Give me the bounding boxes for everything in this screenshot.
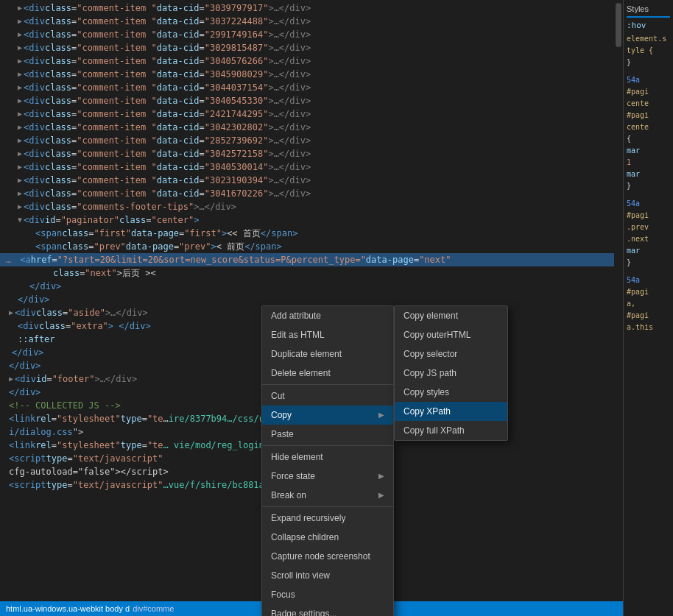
expand-triangle[interactable]: ▶ <box>18 174 22 187</box>
style-rule-54a-2: 54a #pagi .prev .next mar } <box>627 198 670 269</box>
code-line: ▶ <div class="comment-item " data-cid="3… <box>0 160 623 174</box>
expand-triangle[interactable]: ▶ <box>18 28 22 41</box>
menu-item-copy-element[interactable]: Copy element <box>395 306 507 325</box>
expand-triangle[interactable]: ▶ <box>18 160 22 174</box>
highlighted-line[interactable]: … <a href="?start=20&limit=20&sort=new_s… <box>0 253 623 266</box>
code-line: ▶ <div class="comment-item " data-cid="2… <box>0 28 623 41</box>
menu-item-copy-selector[interactable]: Copy selector <box>395 344 507 364</box>
menu-item-copy-outerhtml[interactable]: Copy outerHTML <box>395 325 507 344</box>
expand-triangle[interactable]: ▶ <box>18 1 22 15</box>
expand-triangle[interactable]: ▶ <box>18 68 22 81</box>
context-menu: Add attribute Edit as HTML Duplicate ele… <box>261 305 394 616</box>
menu-item-badge-settings[interactable]: Badge settings... <box>262 604 393 616</box>
code-line: <span class="prev" data-page="prev" > < … <box>0 240 623 253</box>
menu-item-duplicate[interactable]: Duplicate element <box>262 344 393 364</box>
code-line: ▶ <div class="comments-footer-tips" >…</… <box>0 200 623 213</box>
scrollbar-track <box>614 0 623 601</box>
expand-triangle[interactable]: ▶ <box>18 41 22 54</box>
menu-item-delete[interactable]: Delete element <box>262 364 393 383</box>
style-rule: element.s tyle { } <box>627 33 670 68</box>
code-line: ▶ <div class="comment-item " data-cid="3… <box>0 147 623 160</box>
styles-panel: Styles :hov element.s tyle { } 54a #pagi… <box>623 0 673 616</box>
code-line: <span class="first" data-page="first" > … <box>0 227 623 240</box>
code-line: ▶ <div class="comment-item " data-cid="3… <box>0 174 623 187</box>
submenu-arrow-copy: ▶ <box>378 406 384 425</box>
menu-item-copy[interactable]: Copy ▶ <box>262 406 393 425</box>
expand-triangle[interactable]: ▼ <box>18 213 22 227</box>
code-line: ▶ <div class="comment-item " data-cid="3… <box>0 54 623 68</box>
menu-item-capture-screenshot[interactable]: Capture node screenshot <box>262 547 393 566</box>
code-line: </div> <box>0 280 623 293</box>
menu-item-break-on[interactable]: Break on ▶ <box>262 486 393 505</box>
expand-triangle[interactable]: ▶ <box>18 81 22 94</box>
expand-triangle[interactable]: ▶ <box>18 94 22 107</box>
menu-item-add-attribute[interactable]: Add attribute <box>262 306 393 325</box>
expand-triangle[interactable]: ▶ <box>18 134 22 147</box>
breadcrumb: html.ua-windows.ua-webkit body d <box>6 604 130 613</box>
code-line: ▼ <div id="paginator" class="center" > <box>0 213 623 227</box>
code-line: ▶ <div class="comment-item " data-cid="3… <box>0 1 623 15</box>
code-line: ▶ <div class="comment-item " data-cid="2… <box>0 134 623 147</box>
expand-triangle[interactable]: ▶ <box>18 54 22 68</box>
menu-item-scroll-into-view[interactable]: Scroll into view <box>262 566 393 585</box>
code-line: ▶ <div class="comment-item " data-cid="3… <box>0 121 623 134</box>
menu-item-collapse-children[interactable]: Collapse children <box>262 528 393 547</box>
expand-triangle[interactable]: ▶ <box>18 15 22 28</box>
menu-item-edit-html[interactable]: Edit as HTML <box>262 325 393 344</box>
menu-separator <box>262 506 393 507</box>
menu-item-paste[interactable]: Paste <box>262 425 393 444</box>
menu-item-copy-xpath[interactable]: Copy XPath <box>395 402 507 421</box>
menu-item-copy-styles[interactable]: Copy styles <box>395 383 507 402</box>
style-rule-54a: 54a #pagi cente #pagi cente { mar 1 mar … <box>627 74 670 192</box>
code-line: class="next" >后页 >< <box>0 266 623 280</box>
code-line: ▶ <div class="comment-item " data-cid="3… <box>0 68 623 81</box>
code-line: ▶ <div class="comment-item " data-cid="3… <box>0 41 623 54</box>
scrollbar-thumb[interactable] <box>616 3 621 47</box>
menu-item-copy-full-xpath[interactable]: Copy full XPath <box>395 421 507 440</box>
code-line: ▶ <div class="comment-item " data-cid="3… <box>0 81 623 94</box>
code-line: ▶ <div class="comment-item " data-cid="3… <box>0 94 623 107</box>
submenu-arrow-break-on: ▶ <box>378 486 384 505</box>
menu-item-expand-recursively[interactable]: Expand recursively <box>262 509 393 528</box>
menu-item-focus[interactable]: Focus <box>262 585 393 604</box>
editor-panel: ▶ <div class="comment-item " data-cid="3… <box>0 0 623 616</box>
menu-separator <box>262 384 393 385</box>
style-rule-54a-3: 54a #pagi a, #pagi a.this <box>627 275 670 333</box>
expand-triangle[interactable]: ▶ <box>9 306 13 319</box>
expand-triangle[interactable]: ▶ <box>18 187 22 200</box>
menu-item-force-state[interactable]: Force state ▶ <box>262 467 393 486</box>
submenu-arrow-force-state: ▶ <box>378 467 384 486</box>
code-line: ▶ <div class="comment-item " data-cid="2… <box>0 107 623 121</box>
menu-item-copy-js-path[interactable]: Copy JS path <box>395 364 507 383</box>
expand-triangle[interactable]: ▶ <box>18 200 22 213</box>
menu-separator <box>262 445 393 446</box>
code-line: ▶ <div class="comment-item " data-cid="3… <box>0 15 623 28</box>
expand-triangle[interactable]: ▶ <box>18 121 22 134</box>
code-line: ▶ <div class="comment-item " data-cid="3… <box>0 187 623 200</box>
menu-item-cut[interactable]: Cut <box>262 386 393 406</box>
expand-triangle[interactable]: ▶ <box>18 147 22 160</box>
expand-triangle[interactable]: ▶ <box>9 372 13 386</box>
pseudo-filter: :hov <box>627 21 670 30</box>
dots-indicator: … <box>6 253 11 266</box>
expand-triangle[interactable]: ▶ <box>18 107 22 121</box>
menu-item-hide-element[interactable]: Hide element <box>262 447 393 467</box>
styles-panel-header: Styles <box>627 3 670 18</box>
code-line: </div> <box>0 293 623 306</box>
copy-submenu: Copy element Copy outerHTML Copy selecto… <box>394 305 508 441</box>
